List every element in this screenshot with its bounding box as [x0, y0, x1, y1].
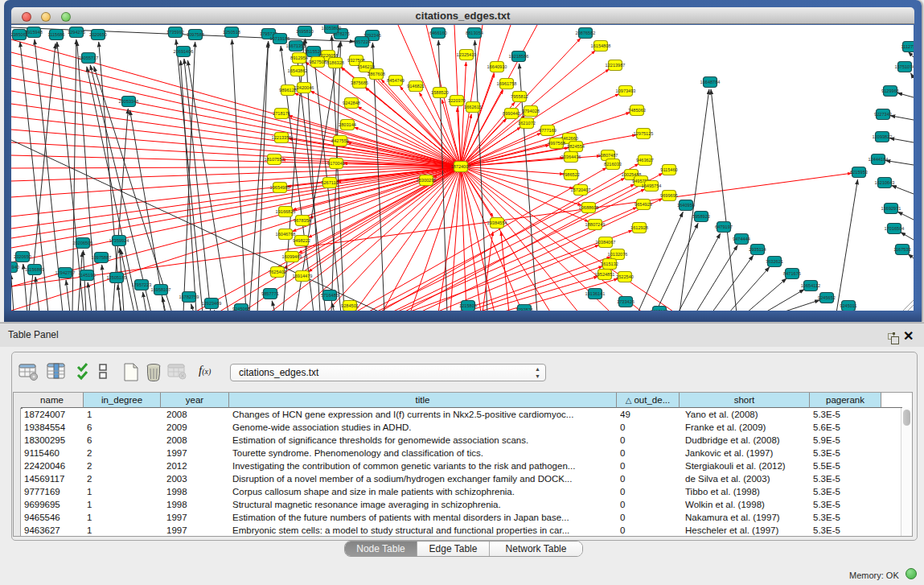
table-cell[interactable]: 18300295	[24, 434, 82, 447]
table-cell[interactable]: 5.3E-5	[813, 524, 880, 536]
citation-edge-red[interactable]	[461, 73, 495, 167]
citation-edge-black[interactable]	[331, 35, 344, 311]
table-cell[interactable]: Franke et al. (2009)	[685, 421, 808, 434]
table-cell[interactable]: 1	[87, 408, 159, 421]
table-cell[interactable]: 0	[620, 434, 678, 447]
table-cell[interactable]: 1997	[166, 511, 228, 524]
table-cell[interactable]: Estimation of significance thresholds fo…	[232, 434, 615, 447]
citation-edge-black[interactable]	[696, 245, 737, 311]
table-cell[interactable]: 1	[87, 511, 159, 524]
table-cell[interactable]: 2	[87, 459, 159, 472]
function-builder-icon[interactable]: f(x)	[199, 364, 211, 377]
column-header-name[interactable]: name	[21, 393, 84, 408]
table-cell[interactable]: Tourette syndrome. Phenomenology and cla…	[232, 447, 615, 459]
table-cell[interactable]: 5.3E-5	[813, 472, 880, 485]
table-cell[interactable]: 9777169	[24, 485, 82, 498]
citation-edge-black[interactable]	[889, 138, 914, 142]
citation-edge-black[interactable]	[214, 310, 216, 311]
citation-edge-black[interactable]	[66, 280, 70, 311]
table-cell[interactable]: 5.9E-5	[813, 434, 880, 447]
citation-edge-red[interactable]	[461, 167, 493, 216]
table-cell[interactable]: 0	[620, 498, 678, 511]
column-header-pagerank[interactable]: pagerank	[810, 393, 881, 408]
table-cell[interactable]: 5.3E-5	[813, 485, 880, 498]
citation-edge-black[interactable]	[746, 278, 786, 311]
citation-edge-black[interactable]	[836, 179, 858, 311]
table-cell[interactable]: 18724007	[24, 408, 82, 421]
citation-edge-red[interactable]	[11, 167, 461, 168]
column-header-year[interactable]: year	[161, 393, 229, 408]
table-cell[interactable]: Changes of HCN gene expression and I(f) …	[232, 408, 615, 421]
table-settings-icon[interactable]	[18, 362, 39, 385]
citation-edge-red[interactable]	[461, 69, 609, 167]
citation-edge-black[interactable]	[283, 40, 304, 311]
select-rows-icon[interactable]	[76, 362, 94, 385]
citation-edge-red[interactable]	[461, 167, 643, 311]
tab-network-table[interactable]: Network Table	[490, 542, 582, 557]
tab-edge-table[interactable]: Edge Table	[417, 542, 490, 557]
citation-edge-red[interactable]	[354, 167, 606, 311]
citation-edge-black[interactable]	[191, 304, 194, 311]
citation-edge-black[interactable]	[910, 73, 914, 78]
float-panel-icon[interactable]	[888, 333, 894, 340]
table-select-combobox[interactable]: citations_edges.txt ▲▼	[230, 364, 546, 381]
window-titlebar[interactable]: citations_edges.txt	[11, 7, 914, 24]
table-cell[interactable]: Nakamura et al. (1997)	[685, 511, 808, 524]
citation-edge-black[interactable]	[88, 282, 92, 311]
citation-edge-red[interactable]	[461, 167, 579, 311]
close-panel-icon[interactable]: ✕	[903, 328, 916, 343]
table-cell[interactable]: 2009	[166, 421, 228, 434]
citation-edge-black[interactable]	[117, 285, 121, 311]
table-cell[interactable]: 0	[620, 472, 678, 485]
citation-edge-black[interactable]	[655, 223, 698, 311]
citation-edge-black[interactable]	[885, 160, 914, 165]
citation-edge-red[interactable]	[11, 167, 461, 286]
citation-edge-black[interactable]	[143, 292, 146, 311]
column-header-short[interactable]: short	[680, 393, 810, 408]
row-height-icon[interactable]	[98, 362, 109, 385]
table-cell[interactable]: Wolkin et al. (1998)	[685, 498, 808, 511]
table-cell[interactable]: Structural magnetic resonance image aver…	[232, 498, 615, 511]
table-cell[interactable]: Disruption of a novel member of a sodium…	[232, 472, 615, 485]
citation-edge-black[interactable]	[11, 274, 14, 311]
table-cell[interactable]: 22420046	[24, 459, 82, 472]
column-header-in_degree[interactable]: in_degree	[84, 393, 161, 408]
table-cell[interactable]: 5.5E-5	[813, 459, 880, 472]
table-cell[interactable]: Yano et al. (2008)	[685, 408, 808, 421]
table-cell[interactable]: 2	[87, 447, 159, 459]
table-cell[interactable]: 0	[620, 485, 678, 498]
table-cell[interactable]: 1	[87, 498, 159, 511]
citation-edge-red[interactable]	[217, 167, 461, 311]
table-cell[interactable]: 2012	[166, 459, 228, 472]
citation-edge-red[interactable]	[11, 91, 461, 167]
citation-edge-black[interactable]	[890, 116, 914, 120]
table-cell[interactable]: 2008	[166, 434, 228, 447]
citation-edge-black[interactable]	[897, 93, 914, 97]
table-cell[interactable]: 1997	[166, 524, 228, 536]
table-cell[interactable]: 49	[620, 408, 678, 421]
table-cell[interactable]: 0	[620, 421, 678, 434]
table-cell[interactable]: 2008	[166, 408, 228, 421]
network-canvas[interactable]: 2385061391594811156861294275202065017359…	[11, 25, 914, 311]
table-cell[interactable]: 2003	[166, 472, 228, 485]
citation-edge-black[interactable]	[901, 233, 914, 240]
column-header-out_de...[interactable]: △out_de...	[617, 393, 680, 408]
table-cell[interactable]: 9115460	[24, 447, 82, 459]
table-cell[interactable]: 9463627	[24, 524, 82, 536]
table-cell[interactable]: Hescheler et al. (1997)	[685, 524, 808, 536]
citation-edge-red[interactable]	[410, 167, 461, 311]
citation-edge-black[interactable]	[305, 39, 320, 311]
citation-edge-black[interactable]	[908, 254, 914, 258]
new-table-icon[interactable]	[122, 362, 140, 386]
table-cell[interactable]: de Silva et al. (2003)	[685, 472, 808, 485]
table-cell[interactable]: 9465546	[24, 511, 82, 524]
table-cell[interactable]: 1	[87, 485, 159, 498]
table-vertical-scrollbar[interactable]	[901, 408, 912, 536]
table-cell[interactable]: Investigating the contribution of common…	[232, 459, 615, 472]
table-cell[interactable]: 1998	[166, 498, 228, 511]
table-column-icon[interactable]	[47, 362, 66, 385]
scrollbar-thumb[interactable]	[903, 410, 910, 426]
table-cell[interactable]: Jankovic et al. (1997)	[685, 447, 808, 459]
table-cell[interactable]: Dudbridge et al. (2008)	[685, 434, 808, 447]
table-cell[interactable]: 1997	[166, 447, 228, 459]
